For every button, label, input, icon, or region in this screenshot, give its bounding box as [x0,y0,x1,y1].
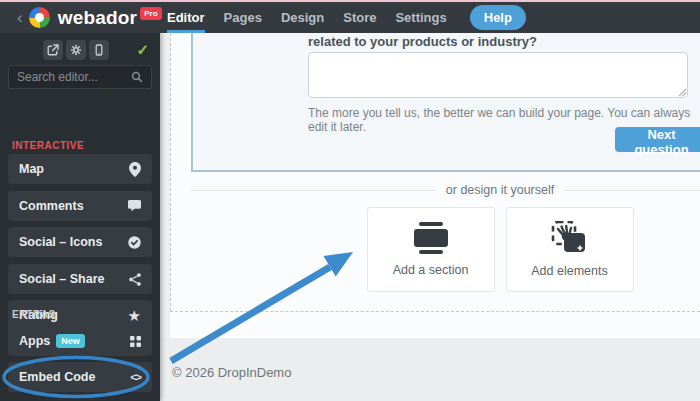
sidebar-item-social-icons[interactable]: Social – Icons [8,227,152,257]
tab-design[interactable]: Design [281,2,324,33]
tile-label: Comments [19,199,84,213]
sidebar-search[interactable] [8,65,152,89]
add-elements-card[interactable]: Add elements [506,207,634,292]
sidebar-item-embed-code[interactable]: Embed Code <> [8,362,152,392]
circle-check-icon [128,236,141,249]
divider-line [190,190,436,191]
question-heading: related to your products or industry? [308,34,537,49]
mobile-icon [93,44,105,56]
sidebar-tools-row: ✓ [0,40,160,60]
saved-check-icon: ✓ [136,41,149,59]
add-section-card[interactable]: Add a section [367,207,495,292]
editor-sidebar: ✓ INTERACTIVE Map Comments Social – Icon… [0,33,160,401]
embed-code-icon: <> [130,371,141,383]
design-divider: or design it yourself [190,183,700,197]
tile-label: Social – Share [19,272,104,286]
mobile-preview-button[interactable] [89,40,109,60]
sidebar-item-social-share[interactable]: Social – Share [8,264,152,294]
external-link-icon [47,44,59,56]
card-label: Add a section [393,263,469,277]
sidebar-item-comments[interactable]: Comments [8,191,152,221]
map-pin-icon [129,162,141,177]
open-site-button[interactable] [43,40,63,60]
apps-grid-icon [130,336,141,347]
tab-settings[interactable]: Settings [395,2,446,33]
brand-name: webador [58,7,138,29]
tab-pages[interactable]: Pages [224,2,262,33]
back-chevron-icon[interactable]: ‹ [17,9,23,26]
editor-canvas: related to your products or industry? Th… [160,33,700,401]
help-button[interactable]: Help [470,5,526,30]
design-zone: or design it yourself Add a section [190,183,700,292]
copyright-text: © 2026 DropInDemo [172,365,291,380]
gear-icon [70,44,82,56]
add-elements-icon [551,221,589,255]
divider-text: or design it yourself [446,183,554,197]
tile-label: Embed Code [19,370,95,384]
sidebar-item-apps[interactable]: Apps New [8,326,152,356]
tile-label: Map [19,162,44,176]
share-icon [129,273,141,286]
search-icon [131,71,143,83]
add-section-icon [412,222,450,254]
section-dashed-border-bottom [170,311,700,312]
next-question-button[interactable]: Next question [615,127,700,152]
new-badge: New [56,334,85,348]
tab-editor[interactable]: Editor [167,2,205,33]
main-nav: Editor Pages Design Store Settings Help [167,2,526,33]
section-title-interactive: INTERACTIVE [12,140,84,151]
search-input[interactable] [17,70,131,84]
tab-store[interactable]: Store [343,2,376,33]
pro-badge: Pro [140,7,161,20]
settings-button[interactable] [66,40,86,60]
tile-label: Social – Icons [19,235,102,249]
sidebar-item-map[interactable]: Map [8,154,152,184]
divider-line [564,190,700,191]
card-label: Add elements [531,264,607,278]
section-dashed-border-left [170,33,171,311]
design-cards: Add a section Add elements [190,207,700,292]
webador-logo-icon [29,7,50,28]
tile-label: Apps [19,334,50,348]
topbar: ‹ webador Pro Editor Pages Design Store … [0,0,700,33]
comment-icon [128,200,141,212]
section-title-extras: EXTRAS [12,309,56,320]
textarea-resize-handle[interactable] [678,88,687,97]
question-panel: related to your products or industry? Th… [191,33,700,172]
star-icon: ★ [128,308,141,323]
answer-textarea[interactable] [308,52,688,98]
site-footer: © 2026 DropInDemo [160,338,700,401]
